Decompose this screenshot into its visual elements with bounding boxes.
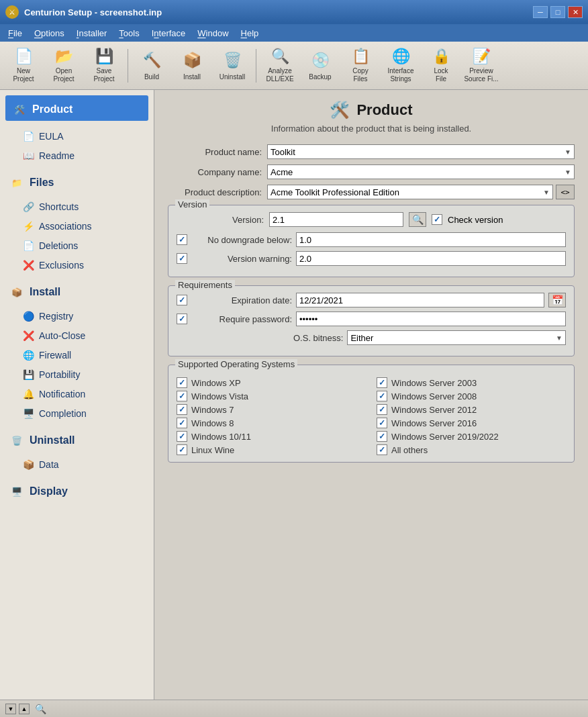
sidebar-item-completion[interactable]: 🖥️ Completion [3,404,151,423]
new-project-button[interactable]: 📄 NewProject [4,45,43,87]
install-label: Install [183,73,201,81]
menu-file[interactable]: File [3,27,28,40]
expiration-input[interactable] [296,293,544,307]
open-project-button[interactable]: 📂 OpenProject [44,45,83,87]
check-version-checkbox[interactable] [432,214,442,225]
password-row: Require password: [177,312,566,326]
os-win7-checkbox[interactable] [177,404,187,415]
version-browse-button[interactable]: 🔍 [409,212,426,227]
lock-file-button[interactable]: 🔒 LockFile [422,45,460,87]
auto-close-icon: ❌ [21,329,35,342]
sidebar-item-eula[interactable]: 📄 EULA [3,127,151,146]
uninstall-button[interactable]: 🗑️ Uninstall [213,45,252,87]
calendar-button[interactable]: 📅 [548,293,566,307]
os-all-others-checkbox[interactable] [377,444,387,455]
os-win10-11-checkbox[interactable] [177,431,187,442]
menu-bar: File Options Installer Tools Interface W… [0,24,588,42]
sidebar-item-notification[interactable]: 🔔 Notification [3,385,151,403]
product-name-value: Toolkit [271,147,565,157]
expiration-checkbox[interactable] [177,295,187,305]
os-winxp-checkbox[interactable] [177,377,187,388]
password-input[interactable] [296,312,566,326]
menu-interface[interactable]: Interface [146,27,191,40]
save-project-button[interactable]: 💾 SaveProject [85,45,124,87]
sidebar-item-shortcuts[interactable]: 🔗 Shortcuts [3,197,151,216]
product-name-control: Toolkit ▼ [267,144,575,159]
os-win8-label: Windows 8 [191,418,234,428]
interface-strings-label: InterfaceStrings [388,67,414,83]
os-server2019-2022-checkbox[interactable] [377,431,387,442]
sidebar-section-files[interactable]: 📁 Files [3,169,151,194]
version-input[interactable] [269,212,403,227]
product-desc-control: Acme Toolkit Professional Edition ▼ <> [267,185,575,199]
version-warning-row: Version warning: [177,251,566,266]
data-label: Data [39,459,59,470]
build-label: Build [144,73,159,81]
interface-strings-button[interactable]: 🌐 InterfaceStrings [381,45,420,87]
auto-close-label: Auto-Close [39,330,85,341]
sidebar-item-registry[interactable]: 🔵 Registry [3,307,151,326]
product-desc-code-button[interactable]: <> [556,185,575,199]
product-name-dropdown[interactable]: Toolkit ▼ [267,144,575,159]
os-vista-checkbox[interactable] [177,391,187,401]
version-warning-checkbox[interactable] [177,253,187,264]
close-button[interactable]: ✕ [568,6,583,18]
menu-options[interactable]: Options [29,27,70,40]
analyze-dll-icon: 🔍 [269,48,291,65]
maximize-button[interactable]: □ [550,6,565,18]
password-checkbox[interactable] [177,314,187,324]
sidebar-item-associations[interactable]: ⚡ Associations [3,217,151,236]
os-server2003-checkbox[interactable] [377,377,387,388]
menu-installer[interactable]: Installer [71,27,113,40]
sidebar-item-readme[interactable]: 📖 Readme [3,146,151,165]
os-server2012-checkbox[interactable] [377,404,387,415]
install-button[interactable]: 📦 Install [173,45,211,87]
os-item-vista: Windows Vista [177,391,366,401]
bitness-dropdown[interactable]: Either ▼ [347,330,566,345]
os-server2003-label: Windows Server 2003 [391,378,477,388]
sidebar-item-exclusions[interactable]: ❌ Exclusions [3,256,151,275]
sidebar-item-firewall[interactable]: 🌐 Firewall [3,346,151,365]
copy-files-button[interactable]: 📋 CopyFiles [341,45,380,87]
product-section-icon: 🛠️ [11,101,28,118]
expiration-row: Expiration date: 📅 [177,293,566,307]
product-desc-dropdown[interactable]: Acme Toolkit Professional Edition ▼ [267,185,553,199]
scroll-up-button[interactable]: ▲ [19,704,30,714]
os-linux-checkbox[interactable] [177,444,187,455]
exclusions-label: Exclusions [39,260,84,271]
os-server2008-checkbox[interactable] [377,391,387,401]
no-downgrade-input[interactable] [296,232,566,247]
minimize-button[interactable]: ─ [533,6,548,18]
sidebar-item-portability[interactable]: 💾 Portability [3,365,151,384]
toolbar-separator-1 [128,49,128,83]
requirements-group: Requirements Expiration date: 📅 Require … [168,285,575,356]
preview-source-button[interactable]: 📝 PreviewSource Fi... [462,45,501,87]
bitness-label: O.S. bitness: [293,333,343,343]
title-bar: ⚔ Centurion Setup - screenshot.inp ─ □ ✕ [0,0,588,24]
sidebar-section-install[interactable]: 📦 Install [3,278,151,303]
menu-help[interactable]: Help [236,27,264,40]
menu-window[interactable]: Window [192,27,234,40]
scroll-down-button[interactable]: ▼ [5,704,16,714]
backup-button[interactable]: 💿 Backup [301,45,340,87]
build-button[interactable]: 🔨 Build [132,45,171,87]
sidebar-item-auto-close[interactable]: ❌ Auto-Close [3,326,151,345]
analyze-dll-button[interactable]: 🔍 AnalyzeDLL/EXE [260,45,299,87]
os-server2016-checkbox[interactable] [377,418,387,428]
sidebar-section-display[interactable]: 🖥️ Display [3,477,151,503]
no-downgrade-checkbox[interactable] [177,234,187,245]
notification-icon: 🔔 [21,387,35,401]
company-name-dropdown[interactable]: Acme ▼ [267,164,575,179]
content-area: 🛠️ Product Information about the product… [154,90,588,700]
version-warning-input[interactable] [296,251,566,266]
sidebar-section-product[interactable]: 🛠️ Product [5,95,148,121]
sidebar-section-uninstall[interactable]: 🗑️ Uninstall [3,426,151,452]
os-win8-checkbox[interactable] [177,418,187,428]
sidebar-item-deletions[interactable]: 📄 Deletions [3,236,151,255]
requirements-group-title: Requirements [175,280,235,290]
search-icon[interactable]: 🔍 [35,704,46,714]
lock-file-icon: 🔒 [430,48,452,65]
sidebar-item-data[interactable]: 📦 Data [3,455,151,474]
menu-tools[interactable]: Tools [113,27,144,40]
os-item-server2003: Windows Server 2003 [377,377,566,388]
